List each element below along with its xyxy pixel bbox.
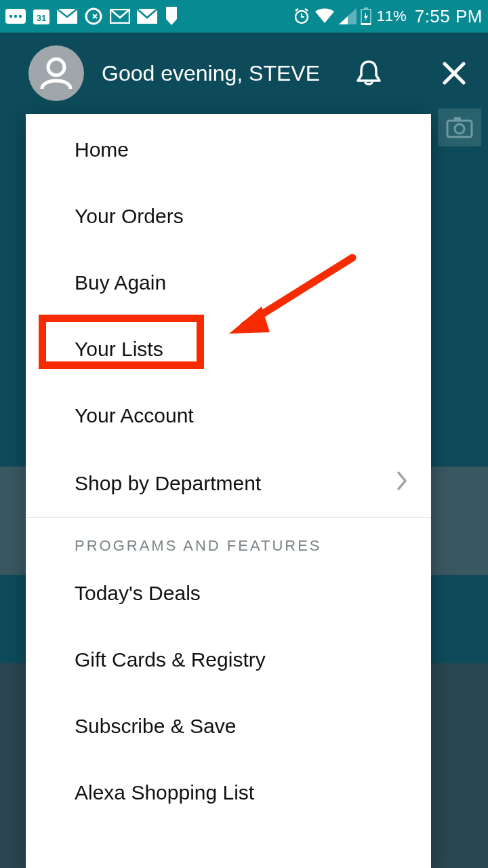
close-icon[interactable]	[439, 58, 469, 88]
notifications-bell-icon[interactable]	[354, 58, 384, 88]
menu-item-label: Gift Cards & Registry	[75, 648, 266, 671]
android-status-bar: 31 11% 7:55 PM	[0, 0, 488, 33]
menu-item-gift-cards-registry[interactable]: Gift Cards & Registry	[26, 627, 431, 693]
tag-icon	[164, 7, 179, 26]
menu-item-label: Subscribe & Save	[75, 715, 236, 738]
wifi-icon	[314, 8, 335, 24]
svg-rect-13	[361, 23, 371, 25]
chevron-right-icon	[396, 471, 408, 496]
svg-point-3	[19, 15, 22, 18]
annotation-highlight-box	[39, 315, 204, 369]
svg-point-2	[14, 15, 17, 18]
menu-item-todays-deals[interactable]: Today's Deals	[26, 560, 431, 627]
svg-point-1	[9, 15, 12, 18]
menu-item-label: Your Orders	[75, 205, 184, 228]
menu-item-label: Shop by Department	[75, 472, 261, 495]
battery-icon	[361, 7, 371, 25]
menu-item-your-account[interactable]: Your Account	[26, 382, 431, 449]
calendar-icon: 31	[33, 7, 50, 25]
menu-item-label: Home	[75, 138, 129, 161]
cell-signal-icon	[339, 8, 357, 24]
svg-rect-16	[454, 117, 461, 121]
alarm-icon	[293, 7, 310, 25]
notification-more-icon	[5, 9, 26, 24]
sync-icon	[84, 7, 103, 26]
svg-point-15	[455, 124, 464, 134]
section-header-programs: PROGRAMS AND FEATURES	[26, 518, 431, 560]
menu-item-shop-by-department[interactable]: Shop by Department	[26, 449, 431, 517]
svg-point-17	[48, 59, 64, 75]
menu-item-label: Alexa Shopping List	[75, 781, 254, 804]
gmail-fill-icon	[137, 9, 157, 24]
menu-item-subscribe-save[interactable]: Subscribe & Save	[26, 693, 431, 760]
menu-item-label: Buy Again	[75, 271, 166, 294]
navigation-drawer: Home Your Orders Buy Again Your Lists Yo…	[26, 114, 431, 868]
menu-item-home[interactable]: Home	[26, 114, 431, 183]
menu-item-label: Your Account	[75, 404, 194, 427]
annotation-arrow	[217, 251, 359, 346]
menu-item-alexa-shopping-list[interactable]: Alexa Shopping List	[26, 760, 431, 826]
clock-time: 7:55 PM	[415, 6, 483, 27]
status-right-icons: 11% 7:55 PM	[293, 6, 483, 27]
battery-percent: 11%	[377, 7, 407, 25]
gmail-outline-icon	[110, 9, 130, 24]
drawer-header: Good evening, STEVE	[0, 33, 488, 114]
avatar[interactable]	[28, 45, 84, 101]
mail-icon	[57, 9, 77, 24]
svg-point-7	[86, 9, 101, 24]
menu-item-your-orders[interactable]: Your Orders	[26, 183, 431, 250]
menu-item-label: Today's Deals	[75, 582, 201, 605]
greeting-text: Good evening, STEVE	[102, 61, 336, 86]
camera-search-icon	[438, 108, 481, 146]
svg-text:31: 31	[37, 13, 46, 23]
status-left-icons: 31	[5, 7, 179, 26]
